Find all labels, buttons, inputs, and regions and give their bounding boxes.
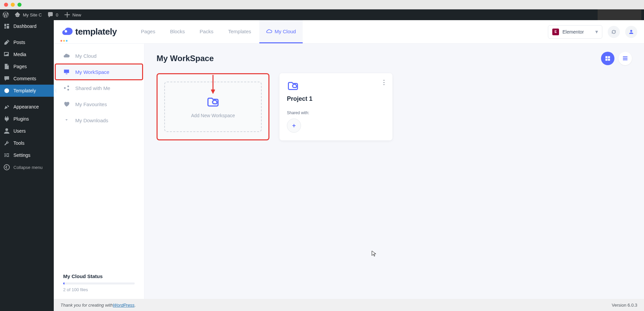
sync-icon bbox=[611, 29, 617, 35]
add-workspace-card[interactable]: Add New Workspace bbox=[157, 73, 269, 140]
svg-point-1 bbox=[5, 128, 8, 131]
workspace-icon bbox=[63, 69, 70, 75]
cloud-status-text: 2 of 100 files bbox=[63, 287, 135, 292]
svg-rect-12 bbox=[623, 56, 628, 57]
svg-point-7 bbox=[68, 89, 69, 91]
annotation-arrow-icon bbox=[211, 75, 215, 95]
cloud-menu-favourites[interactable]: My Favourites bbox=[54, 96, 144, 112]
svg-rect-13 bbox=[623, 58, 628, 59]
page-title: My WorkSpace bbox=[157, 54, 214, 63]
cloud-icon bbox=[63, 52, 70, 59]
workspace-content: My WorkSpace bbox=[144, 44, 644, 299]
list-view-button[interactable] bbox=[618, 52, 632, 65]
menu-label: Users bbox=[13, 128, 26, 134]
svg-point-2 bbox=[4, 165, 9, 170]
share-icon bbox=[63, 85, 70, 91]
cloud-menu-shared[interactable]: Shared with Me bbox=[54, 80, 144, 96]
cloud-folder-icon bbox=[206, 95, 220, 109]
menu-pages[interactable]: Pages bbox=[0, 60, 54, 73]
templately-logo[interactable]: templately bbox=[60, 26, 117, 38]
footer-suffix: . bbox=[134, 303, 136, 308]
nav-mycloud[interactable]: My Cloud bbox=[259, 20, 303, 43]
elementor-badge-icon: E bbox=[552, 29, 559, 35]
wp-logo-menu[interactable] bbox=[3, 12, 9, 18]
wp-footer: Thank you for creating with WordPress . … bbox=[54, 299, 644, 311]
add-workspace-label: Add New Workspace bbox=[191, 113, 235, 118]
svg-rect-10 bbox=[605, 59, 607, 61]
mac-minimize-button[interactable] bbox=[11, 3, 15, 7]
menu-templately[interactable]: Templately bbox=[0, 85, 54, 97]
menu-label: Posts bbox=[13, 40, 25, 45]
menu-dashboard[interactable]: Dashboard bbox=[0, 20, 54, 32]
cloud-folder-icon bbox=[287, 80, 299, 92]
menu-media[interactable]: Media bbox=[0, 48, 54, 60]
grid-icon bbox=[605, 55, 611, 61]
adminbar-account[interactable] bbox=[598, 9, 641, 20]
menu-label: Templately bbox=[13, 88, 36, 93]
mycloud-sidebar: My Cloud My WorkSpace Shared with Me My … bbox=[54, 44, 144, 299]
list-icon bbox=[622, 55, 628, 61]
footer-wordpress-link[interactable]: WordPress bbox=[113, 303, 134, 308]
svg-point-0 bbox=[4, 88, 9, 93]
svg-rect-8 bbox=[605, 56, 607, 58]
svg-point-6 bbox=[68, 86, 69, 87]
mac-close-button[interactable] bbox=[4, 3, 8, 7]
menu-label: Tools bbox=[13, 140, 25, 146]
cloud-status-title: My Cloud Status bbox=[63, 273, 135, 279]
menu-label: Media bbox=[13, 52, 26, 57]
nav-pages[interactable]: Pages bbox=[134, 20, 162, 43]
chevron-down-icon: ▾ bbox=[595, 29, 598, 35]
templately-logo-text: templately bbox=[75, 27, 117, 37]
collapse-label: Collapse menu bbox=[13, 165, 43, 170]
menu-users[interactable]: Users bbox=[0, 125, 54, 137]
menu-label: Comments bbox=[13, 76, 36, 81]
workspace-card[interactable]: ⋮ Project 1 Shared with: + bbox=[280, 73, 392, 140]
footer-prefix: Thank you for creating with bbox=[60, 303, 113, 308]
menu-settings[interactable]: Settings bbox=[0, 149, 54, 161]
nav-packs[interactable]: Packs bbox=[193, 20, 220, 43]
cloud-menu-mycloud[interactable]: My Cloud bbox=[54, 48, 144, 64]
user-icon bbox=[628, 29, 634, 35]
share-add-button[interactable]: + bbox=[287, 119, 301, 133]
svg-point-4 bbox=[630, 30, 632, 32]
download-icon bbox=[63, 117, 70, 124]
templately-logo-icon bbox=[60, 26, 73, 38]
cloud-status-panel: My Cloud Status 2 of 100 files bbox=[54, 267, 144, 299]
site-name-menu[interactable]: My Site C bbox=[14, 11, 42, 18]
svg-rect-11 bbox=[608, 59, 610, 61]
comments-count: 0 bbox=[56, 12, 58, 17]
cloud-status-bar bbox=[63, 282, 135, 284]
user-menu[interactable] bbox=[625, 26, 637, 38]
builder-selector[interactable]: E Elementor ▾ bbox=[548, 25, 602, 39]
cloud-icon bbox=[266, 28, 272, 34]
site-name-label: My Site C bbox=[23, 12, 42, 17]
nav-templates[interactable]: Templates bbox=[221, 20, 258, 43]
wp-admin-bar: My Site C 0 New bbox=[0, 9, 644, 20]
new-label: New bbox=[73, 12, 81, 17]
menu-label: Settings bbox=[13, 152, 31, 158]
templately-top-nav: Pages Blocks Packs Templates My Cloud bbox=[134, 20, 303, 43]
cursor-icon bbox=[372, 251, 376, 258]
grid-view-button[interactable] bbox=[601, 52, 614, 65]
menu-label: Pages bbox=[13, 64, 27, 69]
nav-blocks[interactable]: Blocks bbox=[163, 20, 191, 43]
cloud-menu-downloads[interactable]: My Downloads bbox=[54, 112, 144, 128]
comments-menu[interactable]: 0 bbox=[47, 11, 58, 18]
svg-rect-14 bbox=[623, 59, 628, 60]
menu-tools[interactable]: Tools bbox=[0, 137, 54, 149]
menu-posts[interactable]: Posts bbox=[0, 36, 54, 48]
svg-point-3 bbox=[65, 30, 67, 32]
new-content-menu[interactable]: New bbox=[64, 11, 81, 18]
sync-button[interactable] bbox=[608, 26, 620, 38]
footer-version: Version 6.0.3 bbox=[612, 303, 637, 308]
menu-comments[interactable]: Comments bbox=[0, 73, 54, 85]
collapse-menu-button[interactable]: Collapse menu bbox=[0, 161, 54, 173]
cloud-menu-workspace[interactable]: My WorkSpace bbox=[55, 64, 143, 80]
mac-zoom-button[interactable] bbox=[17, 3, 22, 7]
shared-with-label: Shared with: bbox=[287, 110, 385, 115]
builder-selector-label: Elementor bbox=[562, 29, 584, 35]
menu-appearance[interactable]: Appearance bbox=[0, 101, 54, 113]
menu-plugins[interactable]: Plugins bbox=[0, 113, 54, 125]
menu-label: Dashboard bbox=[13, 24, 37, 29]
workspace-more-button[interactable]: ⋮ bbox=[381, 79, 387, 86]
